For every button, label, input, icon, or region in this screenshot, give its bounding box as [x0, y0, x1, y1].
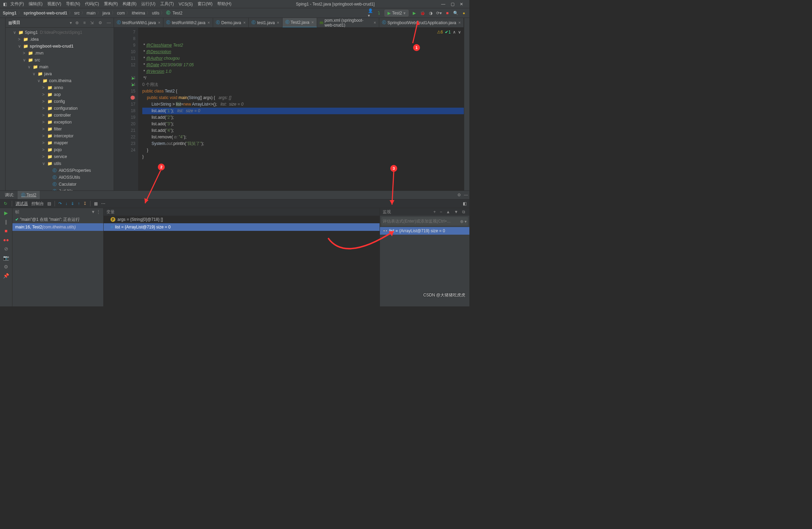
debug-hide-icon[interactable]: —: [464, 193, 468, 197]
tree-row[interactable]: >📁exception: [6, 119, 114, 126]
user-icon[interactable]: 👤▾: [368, 10, 373, 16]
tree-row[interactable]: >📁config: [6, 98, 114, 105]
editor-tab[interactable]: ⓒTest2.java×: [283, 18, 317, 28]
svg-marker-2: [390, 200, 394, 205]
run-to-cursor-icon[interactable]: ↧: [83, 201, 87, 206]
ok-badge[interactable]: ✔1: [445, 29, 451, 36]
watch-down-icon[interactable]: ▼: [454, 209, 458, 214]
run-config-selector[interactable]: ▶Test2▾: [384, 10, 409, 17]
tree-row[interactable]: >📁pojo: [6, 146, 114, 153]
stop-debug-icon[interactable]: ■: [4, 228, 7, 234]
debug-session-tab[interactable]: ⓒ Test2: [18, 191, 40, 199]
hide-panel-icon[interactable]: —: [107, 20, 111, 25]
tree-row[interactable]: ∨📁com.itheima: [6, 77, 114, 84]
debugger-tab[interactable]: 调试器: [16, 201, 28, 207]
tree-row[interactable]: >📁configuration: [6, 105, 114, 112]
mute-bp-icon[interactable]: ⊘: [4, 246, 8, 252]
tree-row[interactable]: ⓒCaculator: [6, 181, 114, 188]
menu-build[interactable]: 构建(B): [121, 0, 138, 8]
menu-run[interactable]: 运行(U): [139, 0, 157, 8]
debug-settings2-icon[interactable]: ⚙: [4, 264, 8, 270]
tree-row[interactable]: >📁service: [6, 153, 114, 160]
tree-row[interactable]: >📁interceptor: [6, 133, 114, 139]
remove-watch-icon[interactable]: −: [440, 209, 442, 214]
notify-icon[interactable]: ●: [461, 10, 467, 16]
tree-row[interactable]: >📁.idea: [6, 36, 114, 43]
menu-navigate[interactable]: 导航(N): [64, 0, 82, 8]
run-button[interactable]: ▶: [411, 10, 417, 16]
minimize-button[interactable]: —: [439, 1, 447, 7]
tree-row[interactable]: ∨📁main: [6, 63, 114, 70]
select-opened-file-icon[interactable]: ⊕: [75, 20, 79, 25]
tree-row[interactable]: ⓒAliOSSProperties: [6, 167, 114, 174]
tree-row[interactable]: >📁.mvn: [6, 50, 114, 57]
maximize-button[interactable]: ▢: [449, 1, 457, 7]
expand-down-icon[interactable]: ∨: [458, 29, 461, 36]
filter-icon[interactable]: ▼: [91, 209, 95, 214]
pin-icon[interactable]: 📌: [3, 273, 9, 278]
menu-refactor[interactable]: 重构(R): [102, 0, 120, 8]
menu-help[interactable]: 帮助(H): [215, 0, 233, 8]
crumb-root[interactable]: Sping1: [3, 11, 17, 16]
code[interactable]: * @ClassName Test2 * @Description * @Aut…: [138, 28, 464, 190]
gutter[interactable]: 789101112▶13▶1415161718192021222324: [114, 28, 138, 190]
search-icon[interactable]: 🔍: [453, 10, 458, 16]
collapse-all-icon[interactable]: ⇲: [90, 20, 94, 25]
tree-row[interactable]: ∨📁utils: [6, 160, 114, 167]
menu-edit[interactable]: 编辑(E): [27, 0, 45, 8]
menu-file[interactable]: 文件(F): [8, 0, 26, 8]
watch-up-icon[interactable]: ▲: [446, 209, 450, 214]
menu-window[interactable]: 窗口(W): [195, 0, 214, 8]
tree-row[interactable]: ⓒJwtUtils: [6, 188, 114, 190]
layout-icon[interactable]: ◧: [463, 201, 467, 206]
step-over-icon[interactable]: ↷: [58, 201, 62, 206]
menu-code[interactable]: 代码(C): [83, 0, 101, 8]
force-step-into-icon[interactable]: ⇓: [71, 201, 74, 206]
tree-row[interactable]: >📁filter: [6, 126, 114, 133]
debug-button[interactable]: 🐞: [420, 10, 425, 16]
step-out-icon[interactable]: ↑: [78, 201, 80, 206]
rerun-icon[interactable]: ↻: [3, 201, 8, 206]
tree-row[interactable]: ∨📁src: [6, 57, 114, 63]
editor-tab[interactable]: mpom.xml (springboot-web-crud1)×: [317, 18, 379, 28]
menu-vcs[interactable]: VCS(S): [176, 1, 195, 7]
expand-all-icon[interactable]: ≡: [83, 20, 86, 25]
tree-row[interactable]: ∨📁springboot-web-crud1: [6, 43, 114, 50]
copy-watch-icon[interactable]: ⧉: [462, 209, 465, 214]
stop-button[interactable]: ■: [445, 10, 450, 16]
debug-settings-icon[interactable]: ⚙: [457, 193, 461, 197]
tree-row[interactable]: >📁anno: [6, 84, 114, 91]
step-into-icon[interactable]: ↓: [65, 201, 67, 206]
menu-view[interactable]: 视图(V): [45, 0, 63, 8]
editor-tab[interactable]: ⓒtestRunWith2.java×: [163, 18, 213, 28]
pause-icon[interactable]: ∥: [5, 219, 7, 225]
coverage-button[interactable]: ◑: [428, 10, 433, 16]
variable-row[interactable]: Pargs = {String[0]@718} []: [104, 216, 380, 223]
tree-row[interactable]: >📁mapper: [6, 139, 114, 146]
thread-row[interactable]: ✔"main"@1 在组 "main": 正在运行: [12, 216, 103, 223]
editor-tab[interactable]: ⓒtestRunWith1.java×: [114, 18, 163, 28]
tree-row[interactable]: >📁aop: [6, 91, 114, 98]
menu-tools[interactable]: 工具(T): [158, 0, 176, 8]
resume-icon[interactable]: ▶: [4, 210, 8, 216]
build-icon[interactable]: ⤵: [376, 10, 382, 16]
warnings-badge[interactable]: ⚠6: [437, 29, 443, 36]
editor-tab[interactable]: ⓒDemo.java×: [213, 18, 249, 28]
profile-button[interactable]: ⟳▾: [436, 10, 442, 16]
tree-row[interactable]: ⓒAliOSSUtils: [6, 174, 114, 181]
breakpoints-icon[interactable]: ●●: [3, 237, 9, 243]
settings-icon[interactable]: ⚙: [98, 20, 102, 25]
evaluate-icon[interactable]: ▦: [94, 201, 98, 206]
more-icon[interactable]: ⋯: [101, 201, 105, 206]
stack-frame-row[interactable]: main:16, Test2 (com.itheima.utils): [12, 223, 103, 231]
tree-row[interactable]: ∨📁java: [6, 70, 114, 77]
add-watch-icon[interactable]: +: [433, 209, 436, 214]
expand-up-icon[interactable]: ∧: [453, 29, 456, 36]
console-tab[interactable]: 控制台: [31, 201, 44, 207]
editor-tab[interactable]: ⓒtest1.java×: [249, 18, 282, 28]
tree-row[interactable]: >📁controller: [6, 112, 114, 119]
threads-icon[interactable]: ▤: [47, 201, 51, 206]
camera-icon[interactable]: 📷: [3, 255, 9, 261]
close-button[interactable]: ✕: [458, 1, 465, 7]
tree-row[interactable]: ∨📁Sping1D:\IdeaProjects\Sping1: [6, 29, 114, 36]
